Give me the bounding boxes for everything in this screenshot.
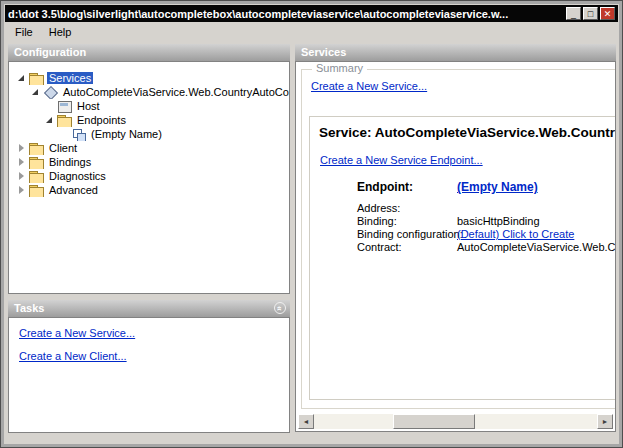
tree-item-empty-name[interactable]: (Empty Name) [9,127,289,141]
create-endpoint-link[interactable]: Create a New Service Endpoint... [320,154,483,166]
close-button[interactable]: ✕ [600,7,615,20]
scrollbar-track[interactable] [314,414,597,429]
tree-item-bindings[interactable]: Bindings [9,155,289,169]
expander-icon[interactable] [29,86,43,98]
endpoint-label: Endpoint: [357,180,457,194]
contract-row: Contract: AutoCompleteViaService.Web.Co [357,241,616,254]
tree-item-client[interactable]: Client [9,141,289,155]
tasks-panel-content: Create a New Service... Create a New Cli… [8,317,290,433]
scroll-right-button[interactable]: ► [597,414,613,429]
collapse-chevron-icon[interactable]: » [274,302,286,314]
address-row: Address: [357,202,616,215]
tree-item-diagnostics[interactable]: Diagnostics [9,169,289,183]
summary-groupbox: Summary Create a New Service... Service:… [301,69,616,409]
menu-bar: File Help [5,22,618,41]
folder-icon [29,170,44,183]
binding-value: basicHttpBinding [457,215,540,228]
contract-label: Contract: [357,241,457,254]
summary-label: Summary [312,62,367,74]
endpoint-icon [71,128,86,141]
scroll-left-icon: ◄ [303,418,310,425]
contract-value: AutoCompleteViaService.Web.Co [457,241,616,254]
maximize-button[interactable]: □ [583,7,598,20]
expander-icon[interactable] [15,142,29,154]
expander-icon[interactable] [15,72,29,84]
services-panel-header: Services [295,44,616,61]
folder-icon [29,72,44,85]
binding-row: Binding: basicHttpBinding [357,215,616,228]
service-detail-panel: Service: AutoCompleteViaService.Web.Coun… [309,116,616,400]
menu-file[interactable]: File [7,24,41,40]
menu-help[interactable]: Help [41,24,80,40]
expander-icon[interactable] [15,170,29,182]
configuration-panel-header: Configuration [8,44,290,61]
title-bar[interactable]: d:\dot 3.5\blog\silverlight\autocomplete… [5,5,618,22]
expander-spacer [43,100,57,112]
create-new-service-task-link[interactable]: Create a New Service... [19,327,279,339]
right-column: Services Summary Create a New Service...… [295,44,616,432]
tree-item-country-autocomplete[interactable]: AutoCompleteViaService.Web.CountryAutoCo… [9,85,289,99]
expander-icon[interactable] [43,114,57,126]
folder-icon [29,184,44,197]
endpoint-row: Endpoint: (Empty Name) [357,180,616,194]
folder-icon [29,156,44,169]
binding-configuration-row: Binding configuration: (Default) Click t… [357,228,616,241]
address-label: Address: [357,202,457,215]
binding-configuration-label: Binding configuration: [357,228,457,241]
configuration-tree: Services AutoCompleteViaService.Web.Coun… [8,61,290,294]
tasks-panel-header: Tasks » [8,300,290,317]
tree-item-services[interactable]: Services [9,71,289,85]
scroll-right-icon: ► [602,418,609,425]
expander-icon[interactable] [15,156,29,168]
endpoint-name-link[interactable]: (Empty Name) [457,180,538,194]
horizontal-scrollbar[interactable]: ◄ ► [298,414,613,429]
tasks-header-label: Tasks [14,302,44,314]
endpoint-fields: Address: Binding: basicHttpBinding Bindi… [357,202,616,254]
service-icon [43,86,58,99]
scroll-left-button[interactable]: ◄ [298,414,314,429]
minimize-button[interactable]: _ [566,7,581,20]
tree-item-host[interactable]: Host [9,99,289,113]
window-title: d:\dot 3.5\blog\silverlight\autocomplete… [8,8,566,20]
create-service-link[interactable]: Create a New Service... [311,80,427,92]
folder-icon [29,142,44,155]
window-controls: _ □ ✕ [566,7,615,20]
scrollbar-thumb[interactable] [393,414,475,429]
service-heading: Service: AutoCompleteViaService.Web.Coun… [319,125,616,140]
tree-item-endpoints[interactable]: Endpoints [9,113,289,127]
folder-icon [57,114,72,127]
create-new-client-task-link[interactable]: Create a New Client... [19,350,279,362]
expander-icon[interactable] [15,184,29,196]
app-window: d:\dot 3.5\blog\silverlight\autocomplete… [0,0,623,448]
left-column: Configuration Services AutoCompleteViaSe… [8,44,290,433]
binding-configuration-link[interactable]: (Default) Click to Create [457,228,574,241]
tree-item-advanced[interactable]: Advanced [9,183,289,197]
binding-label: Binding: [357,215,457,228]
host-icon [57,100,72,113]
expander-spacer [57,128,71,140]
services-panel-content: Summary Create a New Service... Service:… [295,61,616,432]
